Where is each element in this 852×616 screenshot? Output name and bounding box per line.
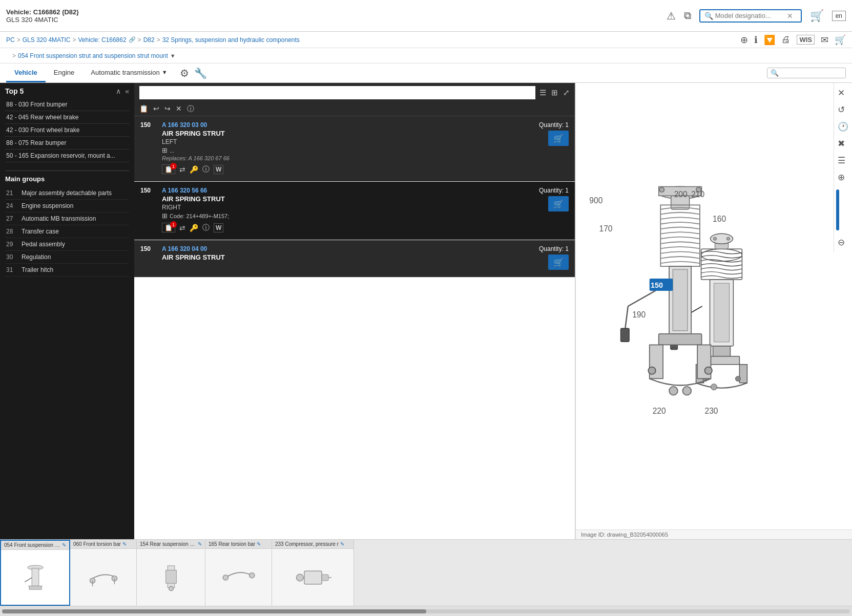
toolbar-row: Vehicle Engine Automatic transmission ▼ … [0,63,852,83]
subhdr-icon-2[interactable]: ↩ [153,104,159,114]
top5-item-2[interactable]: 42 - 030 Front wheel brake [5,124,129,137]
top5-item-3[interactable]: 88 - 075 Rear bumper [5,137,129,150]
top5-item-1[interactable]: 42 - 045 Rear wheel brake [5,111,129,124]
group-item-0[interactable]: 21 Major assembly detachable parts [5,187,129,200]
double-left-icon[interactable]: « [125,87,129,95]
top5-item-0[interactable]: 88 - 030 Front bumper [5,98,129,111]
breadcrumb-vehicle[interactable]: Vehicle: C166862 [78,36,127,44]
group-item-2[interactable]: 27 Automatic MB transmission [5,213,129,225]
vehicle-link-icon[interactable]: 🔗 [129,36,136,43]
cart-icon[interactable]: 🛒 [810,9,824,23]
warning-icon[interactable]: ⚠ [667,10,676,22]
clear-search-icon[interactable]: ✕ [787,12,793,20]
tab-auto-trans[interactable]: Automatic transmission ▼ [82,63,175,82]
info-icon[interactable]: ℹ [754,34,758,46]
tab-icon-2[interactable]: 🔧 [194,67,207,79]
group-item-5[interactable]: 30 Regulation [5,251,129,264]
copy-icon[interactable]: ⧉ [684,10,691,22]
part-article-1[interactable]: A 166 320 56 66 [162,187,229,194]
print-icon[interactable]: 🖨 [781,34,791,45]
group-item-4[interactable]: 29 Pedal assembly [5,238,129,251]
action-icon-1-1[interactable]: 📋1 [162,223,175,232]
action-icon-1-2[interactable]: ⇄ [179,224,185,232]
toolbar-search: 🔍 [767,68,846,78]
part-name-2: AIR SPRING STRUT [162,253,225,261]
filter-icon[interactable]: 🔽 [764,34,775,46]
tab-engine[interactable]: Engine [46,63,82,82]
svg-point-70 [249,572,254,578]
action-icon-0-1[interactable]: 📋1 [162,164,175,174]
cart2-icon[interactable]: 🛒 [835,34,846,46]
header-search[interactable]: 🔍 ✕ [699,9,802,23]
part-item-0: 150 A 166 320 03 00 AIR SPRING STRUT LEF… [134,116,575,182]
top5-item-4[interactable]: 50 - 165 Expansion reservoir, mount a... [5,150,129,162]
zoom-in-icon[interactable]: ⊕ [740,34,748,46]
thumb-item-4[interactable]: 233 Compressor, pressure r ✎ [272,540,354,606]
thumb-edit-icon-0[interactable]: ✎ [62,542,66,548]
part-article-0[interactable]: A 166 320 03 00 [162,121,230,129]
scrollbar-area [0,606,852,616]
parts-search-input[interactable] [139,86,535,99]
diag-rotate-icon[interactable]: ↺ [836,103,850,117]
action-icon-1-3[interactable]: 🔑 [190,224,198,232]
center-panel: ☰ ⊞ ⤢ 📋 ↩ ↪ ✕ ⓘ 150 A 166 320 03 00 [134,83,575,539]
action-icon-1-5[interactable]: W [214,223,223,232]
thumb-item-3[interactable]: 165 Rear torsion bar ✎ [205,540,272,606]
action-icon-1-4[interactable]: ⓘ [202,223,210,232]
diag-list-icon[interactable]: ☰ [836,154,850,167]
action-icon-0-2[interactable]: ⇄ [179,165,185,174]
tab-dropdown-icon[interactable]: ▼ [162,69,168,75]
action-icon-0-3[interactable]: 🔑 [190,165,198,174]
thumb-edit-icon-3[interactable]: ✎ [257,541,261,547]
add-to-cart-1[interactable]: 🛒 [548,196,569,211]
diag-history-icon[interactable]: 🕐 [836,120,850,134]
breadcrumb-054[interactable]: 054 Front suspension strut and suspensio… [18,52,168,59]
lang-badge[interactable]: en [832,11,846,21]
subhdr-icon-5[interactable]: ⓘ [187,104,194,114]
expand-icon[interactable]: ⤢ [563,88,570,97]
tab-vehicle[interactable]: Vehicle [6,63,46,82]
svg-text:150: 150 [651,281,663,289]
part-pos-0: 150 [140,121,156,129]
subhdr-icon-1[interactable]: 📋 [139,104,148,114]
action-icon-0-4[interactable]: ⓘ [202,165,210,174]
scrollbar-thumb[interactable] [2,609,426,613]
diag-close-icon[interactable]: ✕ [836,86,850,100]
thumb-item-0[interactable]: 054 Front suspension strut and suspensio… [0,540,70,606]
grid-view-icon[interactable]: ⊞ [551,88,558,97]
list-view-icon[interactable]: ☰ [539,88,546,97]
diagram-area: 900 210 200 160 170 150 190 230 220 [576,83,852,529]
toolbar-search-input[interactable] [781,70,842,77]
breadcrumb-32[interactable]: 32 Springs, suspension and hydraulic com… [162,36,300,44]
search-input[interactable] [715,12,787,19]
group-item-1[interactable]: 24 Engine suspension [5,200,129,213]
dropdown-arrow[interactable]: ▼ [170,53,176,59]
sep2: > [73,36,76,44]
diag-cross-icon[interactable]: ✖ [836,137,850,151]
diag-zoom-in-icon[interactable]: ⊕ [836,171,850,184]
mail-icon[interactable]: ✉ [821,34,828,46]
thumb-edit-icon-2[interactable]: ✎ [198,541,202,547]
thumb-item-1[interactable]: 060 Front torsion bar ✎ [70,540,137,606]
group-item-6[interactable]: 31 Trailer hitch [5,264,129,277]
action-icon-0-5[interactable]: W [214,165,223,174]
thumb-edit-icon-4[interactable]: ✎ [340,541,344,547]
breadcrumb-gls[interactable]: GLS 320 4MATIC [23,36,71,44]
thumb-edit-icon-1[interactable]: ✎ [122,541,127,547]
thumb-label-4: 233 Compressor, pressure r ✎ [272,540,354,549]
thumb-item-2[interactable]: 154 Rear suspension strut and suspension… [137,540,205,606]
add-to-cart-2[interactable]: 🛒 [548,254,569,270]
wis-icon[interactable]: WIS [797,35,815,45]
scrollbar-track[interactable] [2,609,850,613]
add-to-cart-0[interactable]: 🛒 [548,131,569,146]
breadcrumb-pc[interactable]: PC [6,36,15,44]
part-article-2[interactable]: A 166 320 04 00 [162,245,225,252]
collapse-icon[interactable]: ∧ [116,87,121,95]
subhdr-icon-4[interactable]: ✕ [176,104,182,114]
group-item-3[interactable]: 28 Transfer case [5,225,129,238]
subhdr-icon-3[interactable]: ↪ [164,104,171,114]
diag-zoom-out-icon[interactable]: ⊖ [836,236,850,249]
tab-icon-1[interactable]: ⚙ [180,67,189,79]
svg-rect-74 [322,575,328,581]
breadcrumb-d82[interactable]: D82 [143,36,155,44]
